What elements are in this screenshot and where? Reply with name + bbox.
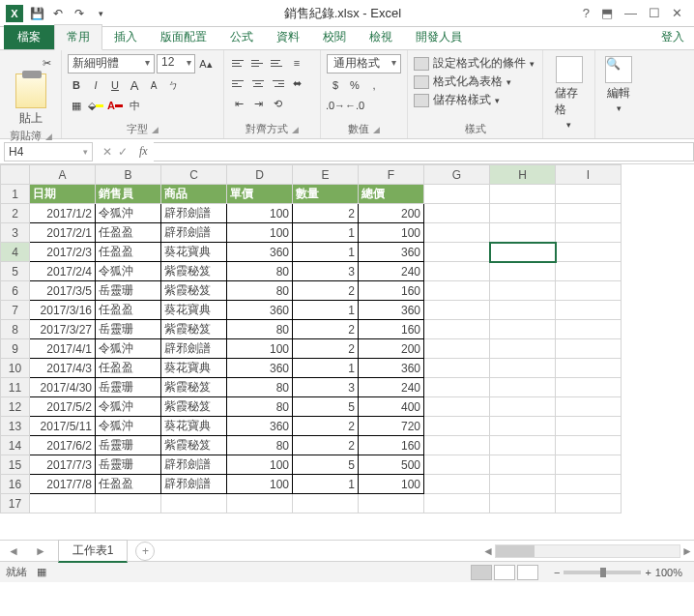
cell-H9[interactable] <box>490 339 556 359</box>
cell-G10[interactable] <box>424 359 490 378</box>
cell-D10[interactable]: 360 <box>227 359 293 378</box>
align-top-icon[interactable] <box>230 55 247 71</box>
align-launcher-icon[interactable]: ◢ <box>292 125 299 134</box>
cell-I13[interactable] <box>556 417 622 436</box>
cell-F12[interactable]: 400 <box>359 397 424 417</box>
number-launcher-icon[interactable]: ◢ <box>373 125 380 134</box>
cell-F4[interactable]: 360 <box>359 243 424 262</box>
cell-H1[interactable] <box>490 185 556 204</box>
column-header-E[interactable]: E <box>293 165 359 185</box>
new-sheet-button[interactable]: + <box>135 542 155 561</box>
cell-A8[interactable]: 2017/3/27 <box>30 320 96 339</box>
cell-I4[interactable] <box>556 243 622 262</box>
cell-I3[interactable] <box>556 223 622 243</box>
cell-D5[interactable]: 80 <box>227 262 293 281</box>
phonetic2-icon[interactable]: 中 <box>126 97 143 114</box>
format-as-table-button[interactable]: 格式化為表格▾ <box>414 73 536 91</box>
scroll-thumb[interactable] <box>496 545 535 557</box>
scroll-left-icon[interactable]: ◄ <box>481 544 495 558</box>
column-header-C[interactable]: C <box>161 165 227 185</box>
zoom-out-button[interactable]: − <box>554 567 560 578</box>
increase-indent-icon[interactable]: ⇥ <box>249 95 267 112</box>
paste-icon[interactable] <box>15 73 46 108</box>
row-header-11[interactable]: 11 <box>1 378 30 397</box>
fill-color-icon[interactable]: ⬙ <box>87 97 104 114</box>
cell-D2[interactable]: 100 <box>227 204 293 223</box>
cell-E8[interactable]: 2 <box>293 320 359 339</box>
normal-view-button[interactable] <box>471 565 492 580</box>
cell-C9[interactable]: 辟邪劍譜 <box>161 339 227 359</box>
paste-button[interactable]: 貼上 <box>6 110 55 127</box>
comma-icon[interactable]: , <box>365 76 383 94</box>
sheet-nav-prev-icon[interactable]: ◄ <box>0 544 27 558</box>
cut-icon[interactable]: ✂ <box>38 54 55 72</box>
cell-I15[interactable] <box>556 455 622 475</box>
page-layout-view-button[interactable] <box>494 565 515 580</box>
orientation-icon[interactable]: ⟲ <box>269 95 286 112</box>
cell-G13[interactable] <box>424 417 490 436</box>
cell-I12[interactable] <box>556 397 622 417</box>
cell-E11[interactable]: 3 <box>293 378 359 397</box>
cell-G14[interactable] <box>424 436 490 455</box>
cell-A9[interactable]: 2017/4/1 <box>30 339 96 359</box>
zoom-level[interactable]: 100% <box>655 567 682 578</box>
cell-E9[interactable]: 2 <box>293 339 359 359</box>
row-header-10[interactable]: 10 <box>1 359 30 378</box>
cell-I7[interactable] <box>556 301 622 320</box>
cell-G7[interactable] <box>424 301 490 320</box>
page-break-view-button[interactable] <box>517 565 538 580</box>
clipboard-launcher-icon[interactable]: ◢ <box>45 132 52 141</box>
cell-B8[interactable]: 岳靈珊 <box>96 320 161 339</box>
cell-I2[interactable] <box>556 204 622 223</box>
cell-E14[interactable]: 2 <box>293 436 359 455</box>
cells-button[interactable]: 儲存格 ▾ <box>549 54 589 132</box>
cell-H10[interactable] <box>490 359 556 378</box>
cell-C12[interactable]: 紫霞秘笈 <box>161 397 227 417</box>
cell-H3[interactable] <box>490 223 556 243</box>
cell-F13[interactable]: 720 <box>359 417 424 436</box>
cell-E4[interactable]: 1 <box>293 243 359 262</box>
number-format-select[interactable]: 通用格式 <box>327 54 401 73</box>
cell-A10[interactable]: 2017/4/3 <box>30 359 96 378</box>
sign-in-link[interactable]: 登入 <box>651 25 694 49</box>
cell-F2[interactable]: 200 <box>359 204 424 223</box>
decrease-decimal-icon[interactable]: ←.0 <box>346 97 363 114</box>
cell-D14[interactable]: 80 <box>227 436 293 455</box>
row-header-1[interactable]: 1 <box>1 185 30 204</box>
row-header-4[interactable]: 4 <box>1 243 30 262</box>
cell-F14[interactable]: 160 <box>359 436 424 455</box>
cell-D1[interactable]: 單價 <box>227 185 293 204</box>
cell-B6[interactable]: 岳靈珊 <box>96 281 161 301</box>
cell-F6[interactable]: 160 <box>359 281 424 301</box>
cell-F8[interactable]: 160 <box>359 320 424 339</box>
cell-A2[interactable]: 2017/1/2 <box>30 204 96 223</box>
select-all-corner[interactable] <box>1 165 30 185</box>
cell-B5[interactable]: 令狐沖 <box>96 262 161 281</box>
cell-B4[interactable]: 任盈盈 <box>96 243 161 262</box>
cell-F15[interactable]: 500 <box>359 455 424 475</box>
fx-icon[interactable]: fx <box>133 144 154 159</box>
cell-E7[interactable]: 1 <box>293 301 359 320</box>
row-header-5[interactable]: 5 <box>1 262 30 281</box>
cell-I9[interactable] <box>556 339 622 359</box>
row-header-6[interactable]: 6 <box>1 281 30 301</box>
font-shrink-icon[interactable]: A <box>145 76 162 94</box>
tab-view[interactable]: 檢視 <box>358 25 404 49</box>
cell-A12[interactable]: 2017/5/2 <box>30 397 96 417</box>
font-color-icon[interactable]: A <box>106 97 124 114</box>
cell-D13[interactable]: 360 <box>227 417 293 436</box>
cell-G3[interactable] <box>424 223 490 243</box>
italic-button[interactable]: I <box>87 76 104 94</box>
align-left-icon[interactable] <box>230 75 247 91</box>
spreadsheet-grid[interactable]: ABCDEFGHI1日期銷售員商品單價數量總價22017/1/2令狐沖辟邪劍譜1… <box>0 164 694 540</box>
row-header-7[interactable]: 7 <box>1 301 30 320</box>
align-middle-icon[interactable] <box>249 55 267 71</box>
cell-C5[interactable]: 紫霞秘笈 <box>161 262 227 281</box>
cell-I11[interactable] <box>556 378 622 397</box>
ribbon-options-icon[interactable]: ⬒ <box>601 6 613 20</box>
align-center-icon[interactable] <box>249 75 267 91</box>
column-header-B[interactable]: B <box>96 165 161 185</box>
cell-E17[interactable] <box>293 494 359 513</box>
cell-C13[interactable]: 葵花寶典 <box>161 417 227 436</box>
cell-B10[interactable]: 任盈盈 <box>96 359 161 378</box>
